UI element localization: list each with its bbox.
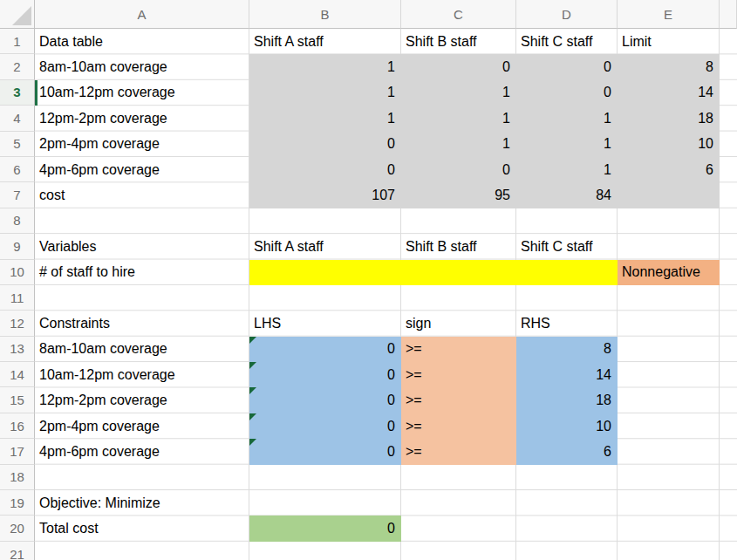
row-header-16[interactable]: 16 <box>0 413 35 439</box>
cell-E13[interactable] <box>618 337 720 362</box>
cell-D7[interactable]: 84 <box>516 182 618 208</box>
cell-C18[interactable] <box>401 465 516 490</box>
cell-E11[interactable] <box>618 285 720 311</box>
cell-B1[interactable]: Shift A staff <box>249 29 401 54</box>
cell-E16[interactable] <box>618 413 720 439</box>
cell-B3[interactable]: 1 <box>249 80 401 106</box>
cell-B20[interactable]: 0 <box>249 516 401 541</box>
cell-E2[interactable]: 8 <box>618 54 720 79</box>
cell-A20[interactable]: Total cost <box>35 516 249 541</box>
cell-B4[interactable]: 1 <box>249 106 401 131</box>
cell-B13[interactable]: 0 <box>249 337 401 362</box>
cell-E14[interactable] <box>618 362 720 387</box>
cell-A19[interactable]: Objective: Minimize <box>35 490 249 516</box>
cell-A13[interactable]: 8am-10am coverage <box>35 337 249 362</box>
cell-D15[interactable]: 18 <box>516 387 618 413</box>
row-header-14[interactable]: 14 <box>0 362 35 387</box>
cell-A8[interactable] <box>35 208 249 234</box>
cell-C21[interactable] <box>401 542 516 560</box>
select-all-button[interactable] <box>0 0 35 29</box>
row-header-17[interactable]: 17 <box>0 439 35 464</box>
cell-E1[interactable]: Limit <box>618 29 720 54</box>
cell-E5[interactable]: 10 <box>618 132 720 157</box>
row-header-19[interactable]: 19 <box>0 490 35 516</box>
cell-B19[interactable] <box>249 490 401 516</box>
cell-B5[interactable]: 0 <box>249 132 401 157</box>
row-header-6[interactable]: 6 <box>0 157 35 182</box>
cell-A5[interactable]: 2pm-4pm coverage <box>35 132 249 157</box>
cell-A1[interactable]: Data table <box>35 29 249 54</box>
cell-E20[interactable] <box>618 516 720 541</box>
cell-E9[interactable] <box>618 234 720 259</box>
row-header-8[interactable]: 8 <box>0 208 35 234</box>
cell-B7[interactable]: 107 <box>249 182 401 208</box>
cell-D11[interactable] <box>516 285 618 311</box>
column-header-A[interactable]: A <box>35 0 249 29</box>
cell-D18[interactable] <box>516 465 618 490</box>
cell-B15[interactable]: 0 <box>249 387 401 413</box>
cell-E18[interactable] <box>618 465 720 490</box>
cell-B21[interactable] <box>249 542 401 560</box>
cell-D1[interactable]: Shift C staff <box>516 29 618 54</box>
cell-B10[interactable] <box>249 260 401 285</box>
cell-A3[interactable]: 10am-12pm coverage <box>35 80 249 106</box>
row-header-4[interactable]: 4 <box>0 106 35 131</box>
row-header-3[interactable]: 3 <box>0 80 35 106</box>
cell-C1[interactable]: Shift B staff <box>401 29 516 54</box>
column-header-C[interactable]: C <box>401 0 516 29</box>
cell-A10[interactable]: # of staff to hire <box>35 260 249 285</box>
cell-C2[interactable]: 0 <box>401 54 516 79</box>
cell-C9[interactable]: Shift B staff <box>401 234 516 259</box>
cell-E19[interactable] <box>618 490 720 516</box>
cell-B14[interactable]: 0 <box>249 362 401 387</box>
cell-B6[interactable]: 0 <box>249 157 401 182</box>
cell-D19[interactable] <box>516 490 618 516</box>
cell-B9[interactable]: Shift A staff <box>249 234 401 259</box>
row-header-20[interactable]: 20 <box>0 516 35 541</box>
cell-B16[interactable]: 0 <box>249 413 401 439</box>
cell-D6[interactable]: 1 <box>516 157 618 182</box>
cell-C11[interactable] <box>401 285 516 311</box>
row-header-5[interactable]: 5 <box>0 132 35 157</box>
row-header-18[interactable]: 18 <box>0 465 35 490</box>
cell-E6[interactable]: 6 <box>618 157 720 182</box>
cell-A16[interactable]: 2pm-4pm coverage <box>35 413 249 439</box>
cell-C13[interactable]: >= <box>401 337 516 362</box>
cell-A7[interactable]: cost <box>35 182 249 208</box>
row-header-2[interactable]: 2 <box>0 54 35 79</box>
cell-C7[interactable]: 95 <box>401 182 516 208</box>
cell-C12[interactable]: sign <box>401 311 516 336</box>
cell-C16[interactable]: >= <box>401 413 516 439</box>
cell-C20[interactable] <box>401 516 516 541</box>
row-header-13[interactable]: 13 <box>0 337 35 362</box>
cell-E3[interactable]: 14 <box>618 80 720 106</box>
cell-D21[interactable] <box>516 542 618 560</box>
row-header-1[interactable]: 1 <box>0 29 35 54</box>
cell-D10[interactable] <box>516 260 618 285</box>
cell-C5[interactable]: 1 <box>401 132 516 157</box>
cell-D8[interactable] <box>516 208 618 234</box>
cell-D17[interactable]: 6 <box>516 439 618 464</box>
row-header-7[interactable]: 7 <box>0 182 35 208</box>
cell-D3[interactable]: 0 <box>516 80 618 106</box>
cell-C14[interactable]: >= <box>401 362 516 387</box>
cell-D16[interactable]: 10 <box>516 413 618 439</box>
cell-D14[interactable]: 14 <box>516 362 618 387</box>
cell-A15[interactable]: 12pm-2pm coverage <box>35 387 249 413</box>
cell-A21[interactable] <box>35 542 249 560</box>
cell-B11[interactable] <box>249 285 401 311</box>
cell-A14[interactable]: 10am-12pm coverage <box>35 362 249 387</box>
cell-A2[interactable]: 8am-10am coverage <box>35 54 249 79</box>
cell-C3[interactable]: 1 <box>401 80 516 106</box>
row-header-11[interactable]: 11 <box>0 285 35 311</box>
cell-C10[interactable] <box>401 260 516 285</box>
cell-E7[interactable] <box>618 182 720 208</box>
column-header-D[interactable]: D <box>516 0 618 29</box>
cell-D4[interactable]: 1 <box>516 106 618 131</box>
row-header-10[interactable]: 10 <box>0 260 35 285</box>
cell-A6[interactable]: 4pm-6pm coverage <box>35 157 249 182</box>
cell-E8[interactable] <box>618 208 720 234</box>
cell-D5[interactable]: 1 <box>516 132 618 157</box>
cell-C19[interactable] <box>401 490 516 516</box>
cell-C15[interactable]: >= <box>401 387 516 413</box>
